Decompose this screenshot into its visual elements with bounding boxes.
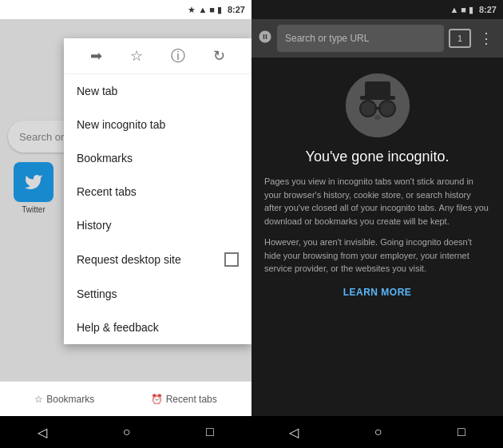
battery-icon-right: ▮ xyxy=(469,5,473,15)
shortcut-twitter[interactable]: Twitter xyxy=(8,162,59,214)
bookmarks-star-icon: ☆ xyxy=(34,394,43,405)
info-icon[interactable]: ⓘ xyxy=(171,46,185,65)
menu-item-new-tab-label: New tab xyxy=(77,85,117,97)
bluetooth-icon: ★ xyxy=(188,5,196,15)
home-button-left[interactable]: ○ xyxy=(123,425,131,439)
menu-item-bookmarks-label: Bookmarks xyxy=(77,152,133,165)
signal-icon: ▲ xyxy=(198,5,207,14)
incognito-desc1: Pages you view in incognito tabs won't s… xyxy=(264,175,490,228)
left-panel: ★ ▲ ■ ▮ 8:27 Google Search or type Twi xyxy=(0,0,252,448)
android-nav-right: ◁ ○ □ xyxy=(252,416,503,448)
incognito-browser-bar: Search or type URL 1 ⋮ xyxy=(252,19,503,57)
svg-rect-2 xyxy=(365,81,390,97)
back-button-right[interactable]: ◁ xyxy=(289,425,299,440)
incognito-small-icon xyxy=(258,30,272,47)
wifi-icon: ■ xyxy=(209,5,215,14)
recent-tabs-nav-label: Recent tabs xyxy=(166,394,217,405)
left-main-content: Google Search or type Twitter W The Wire… xyxy=(0,19,252,381)
menu-item-recent-tabs[interactable]: Recent tabs xyxy=(64,175,252,208)
recent-tabs-nav-item[interactable]: ⏰ Recent tabs xyxy=(151,394,217,405)
url-placeholder-right: Search or type URL xyxy=(285,33,369,44)
svg-rect-5 xyxy=(374,107,381,109)
time-right: 8:27 xyxy=(479,5,497,14)
menu-item-new-tab[interactable]: New tab xyxy=(64,74,252,108)
svg-point-4 xyxy=(379,101,395,117)
incognito-content: You've gone incognito. Pages you view in… xyxy=(252,57,503,416)
battery-icon: ▮ xyxy=(217,5,222,15)
menu-item-request-desktop[interactable]: Request desktop site xyxy=(64,242,252,277)
svg-point-6 xyxy=(374,115,381,120)
right-panel: ▲ ■ ▮ 8:27 Search or type URL 1 ⋮ xyxy=(252,0,503,448)
back-button-left[interactable]: ◁ xyxy=(38,425,47,440)
menu-item-help-label: Help & feedback xyxy=(77,321,159,334)
status-icons-right: ▲ ■ ▮ 8:27 xyxy=(450,5,497,15)
menu-item-new-incognito-tab-label: New incognito tab xyxy=(77,118,165,131)
url-bar-right[interactable]: Search or type URL xyxy=(277,25,444,52)
recent-button-left[interactable]: □ xyxy=(206,425,214,439)
home-button-right[interactable]: ○ xyxy=(374,425,382,439)
star-icon[interactable]: ☆ xyxy=(130,47,143,65)
twitter-icon xyxy=(14,162,53,202)
menu-item-history[interactable]: History xyxy=(64,208,252,242)
incognito-figure-svg xyxy=(346,73,410,137)
menu-item-settings[interactable]: Settings xyxy=(64,277,252,311)
menu-item-settings-label: Settings xyxy=(77,287,117,300)
menu-toolbar: ➡ ☆ ⓘ ↻ xyxy=(64,38,252,74)
refresh-icon[interactable]: ↻ xyxy=(213,47,225,65)
menu-container: ➡ ☆ ⓘ ↻ New tab New incognito tab Bookma… xyxy=(64,38,252,344)
signal-icon-right: ▲ xyxy=(450,5,458,14)
request-desktop-checkbox[interactable] xyxy=(224,252,239,267)
twitter-label: Twitter xyxy=(22,205,45,214)
incognito-title: You've gone incognito. xyxy=(306,149,450,165)
time-left: 8:27 xyxy=(228,5,245,14)
menu-item-bookmarks[interactable]: Bookmarks xyxy=(64,141,252,175)
status-bar-right: ▲ ■ ▮ 8:27 xyxy=(252,0,503,19)
status-icons-left: ★ ▲ ■ ▮ 8:27 xyxy=(188,5,245,15)
bookmarks-nav-label: Bookmarks xyxy=(46,394,94,405)
android-nav-left: ◁ ○ □ xyxy=(0,416,252,448)
tab-count-label: 1 xyxy=(457,34,462,43)
menu-item-new-incognito-tab[interactable]: New incognito tab xyxy=(64,108,252,141)
status-bar-left: ★ ▲ ■ ▮ 8:27 xyxy=(0,0,252,19)
menu-item-request-desktop-label: Request desktop site xyxy=(77,253,181,266)
incognito-avatar xyxy=(346,73,410,137)
bottom-nav-left: ☆ Bookmarks ⏰ Recent tabs xyxy=(0,381,252,416)
svg-point-3 xyxy=(360,101,376,117)
bookmarks-nav-item[interactable]: ☆ Bookmarks xyxy=(34,394,94,405)
learn-more-button[interactable]: LEARN MORE xyxy=(343,287,412,298)
menu-item-history-label: History xyxy=(77,219,112,232)
clock-icon: ⏰ xyxy=(151,394,163,405)
forward-icon[interactable]: ➡ xyxy=(90,47,102,65)
incognito-desc2: However, you aren't invisible. Going inc… xyxy=(264,236,490,276)
wifi-icon-right: ■ xyxy=(461,5,466,14)
more-options-button[interactable]: ⋮ xyxy=(476,30,497,47)
menu-item-help[interactable]: Help & feedback xyxy=(64,311,252,344)
menu-item-recent-tabs-label: Recent tabs xyxy=(77,185,137,198)
tab-count-button[interactable]: 1 xyxy=(449,29,471,48)
recent-button-right[interactable]: □ xyxy=(457,425,465,439)
